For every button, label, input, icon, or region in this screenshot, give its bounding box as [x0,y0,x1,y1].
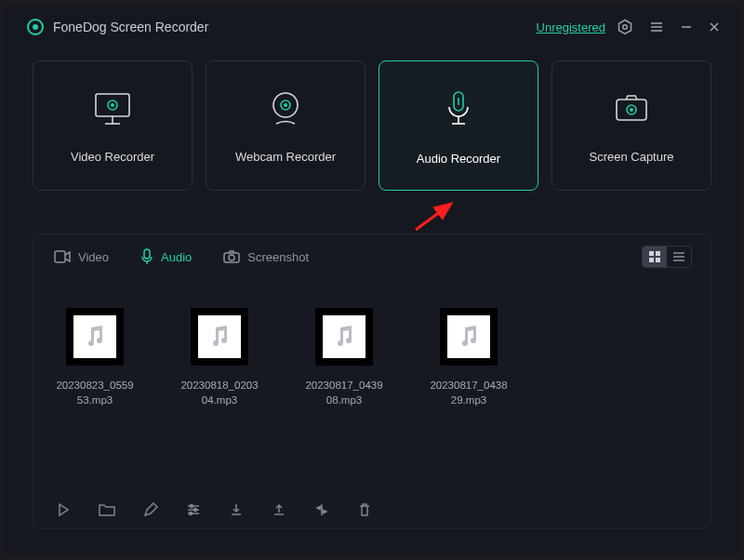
share-icon[interactable] [272,502,286,517]
grid-icon [648,250,661,263]
trash-icon[interactable] [357,502,372,517]
file-item[interactable]: 20230818_0203 04.mp3 [175,308,264,407]
list-icon [672,250,685,263]
svg-rect-32 [656,251,660,256]
tab-label: Video [78,250,109,264]
file-name: 20230817_0439 08.mp3 [305,379,382,407]
brand: FoneDog Screen Recorder [27,19,208,35]
svg-point-43 [194,509,197,512]
mode-audio-recorder[interactable]: Audio Recorder [379,60,538,191]
tab-screenshot[interactable]: Screenshot [223,250,309,264]
file-thumbnail [191,308,248,366]
svg-marker-38 [60,504,68,515]
file-thumbnail [440,308,498,366]
svg-line-25 [416,204,451,230]
mode-webcam-recorder[interactable]: Webcam Recorder [206,60,365,191]
video-icon [54,250,71,263]
svg-point-3 [623,25,628,30]
svg-point-12 [111,103,114,107]
sliders-icon[interactable] [186,502,201,517]
settings-icon[interactable] [617,19,633,35]
mode-label: Video Recorder [71,150,154,164]
minimize-button[interactable] [680,20,693,33]
app-title: FoneDog Screen Recorder [53,20,208,34]
annotation-arrow-icon [410,198,462,235]
music-note-icon [331,324,357,350]
svg-marker-2 [619,20,631,34]
file-thumbnail [315,308,373,366]
mode-selector: Video Recorder Webcam Recorder Audio Rec… [5,49,739,191]
view-switch [642,246,692,268]
mode-label: Screen Capture [589,150,673,164]
svg-rect-34 [656,258,660,262]
svg-point-1 [33,24,38,30]
folder-icon[interactable] [99,502,115,517]
file-name: 20230818_0203 04.mp3 [180,379,258,407]
logo-icon [27,19,44,35]
edit-icon[interactable] [143,502,158,517]
mic-small-icon [140,248,153,265]
close-button[interactable] [708,20,721,33]
camera-small-icon [223,250,240,263]
mode-label: Webcam Recorder [235,150,336,164]
svg-rect-33 [649,258,654,262]
file-item[interactable]: 20230823_0559 53.mp3 [50,308,140,407]
svg-point-17 [284,103,287,107]
play-icon[interactable] [56,502,71,517]
mode-screen-capture[interactable]: Screen Capture [551,60,711,191]
music-note-icon [456,324,482,350]
tab-audio[interactable]: Audio [140,248,192,265]
list-view-button[interactable] [667,247,691,267]
file-item[interactable]: 20230817_0438 29.mp3 [424,308,513,407]
titlebar: FoneDog Screen Recorder Unregistered [5,5,739,49]
svg-point-42 [191,505,193,508]
tab-video[interactable]: Video [54,250,109,264]
music-note-icon [82,324,108,350]
microphone-icon [436,87,481,131]
file-thumbnail [66,308,124,366]
monitor-icon [90,88,135,129]
webcam-icon [263,88,308,129]
download-icon[interactable] [229,502,244,517]
svg-rect-27 [144,249,150,259]
app-window: FoneDog Screen Recorder Unregistered [5,5,739,555]
menu-icon[interactable] [648,19,665,35]
grid-view-button[interactable] [643,247,667,267]
music-note-icon [206,324,232,350]
tab-label: Audio [161,250,192,264]
svg-point-30 [229,255,234,260]
window-controls [617,19,721,35]
file-name: 20230817_0438 29.mp3 [430,379,507,407]
svg-rect-31 [649,251,654,256]
tab-label: Screenshot [247,250,309,264]
register-link[interactable]: Unregistered [537,20,605,34]
camera-icon [609,88,654,129]
files-grid: 20230823_0559 53.mp3 20230818_0203 04.mp… [33,282,711,407]
library-tabs: Video Audio Screenshot [33,234,711,282]
file-item[interactable]: 20230817_0439 08.mp3 [299,308,389,407]
svg-point-24 [630,108,633,112]
file-name: 20230823_0559 53.mp3 [56,379,133,407]
mode-label: Audio Recorder [417,152,500,166]
mode-video-recorder[interactable]: Video Recorder [33,60,193,191]
svg-point-44 [190,513,193,515]
library-toolbar [33,491,711,528]
library-panel: Video Audio Screenshot [33,233,711,529]
convert-icon[interactable] [314,502,329,517]
svg-rect-26 [55,251,65,262]
